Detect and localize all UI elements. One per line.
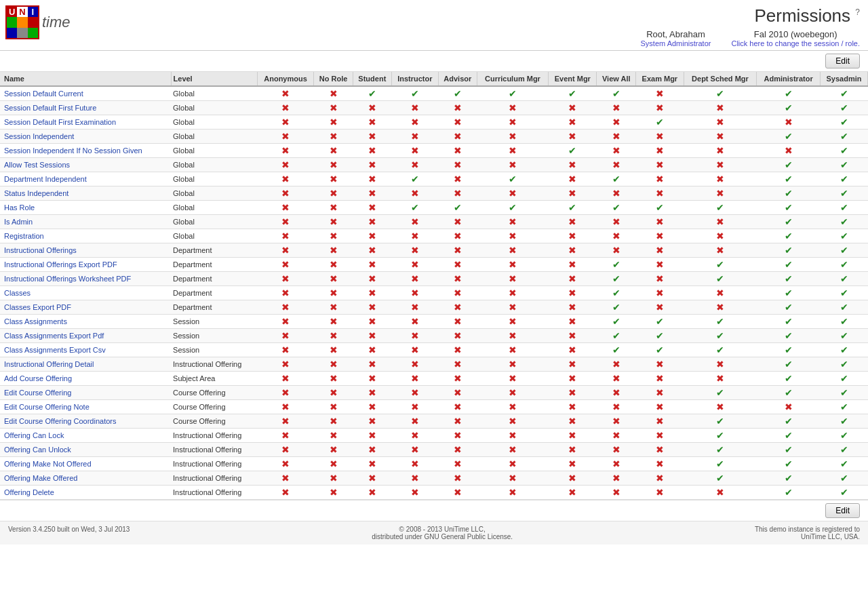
permission-name[interactable]: Session Default First Examination: [0, 115, 171, 130]
cross-icon: ✖: [368, 145, 376, 156]
permission-cell: ✖: [597, 229, 636, 243]
edit-button-top[interactable]: Edit: [825, 54, 860, 68]
permission-name[interactable]: Status Independent: [0, 186, 171, 201]
permission-level: Department: [171, 272, 257, 286]
permission-name[interactable]: Classes Export PDF: [0, 300, 171, 315]
permission-name[interactable]: Department Independent: [0, 172, 171, 186]
permission-name[interactable]: Edit Course Offering Coordinators: [0, 414, 171, 429]
permission-cell: ✖: [636, 429, 684, 443]
cross-icon: ✖: [656, 473, 664, 484]
permission-cell: ✖: [353, 215, 391, 229]
permission-name[interactable]: Has Role: [0, 201, 171, 215]
check-icon: ✔: [656, 202, 664, 213]
permission-name[interactable]: Session Independent: [0, 130, 171, 144]
permission-cell: ✖: [438, 229, 477, 243]
permission-level: Instructional Offering: [171, 443, 257, 457]
permission-name[interactable]: Classes: [0, 286, 171, 300]
permission-name[interactable]: Offering Make Offered: [0, 471, 171, 486]
cross-icon: ✖: [330, 302, 338, 313]
permission-level: Session: [171, 329, 257, 343]
table-row: Allow Test SessionsGlobal✖✖✖✖✖✖✖✖✖✖✔✔: [0, 158, 868, 172]
cross-icon: ✖: [612, 231, 620, 241]
permission-cell: ✖: [636, 471, 684, 486]
check-icon: ✔: [840, 159, 848, 170]
permission-cell: ✔: [757, 286, 821, 300]
cross-icon: ✖: [330, 145, 338, 156]
permission-cell: ✔: [636, 343, 684, 357]
cross-icon: ✖: [330, 430, 338, 441]
permission-name[interactable]: Session Independent If No Session Given: [0, 144, 171, 158]
permission-name[interactable]: Session Default Current: [0, 86, 171, 101]
check-icon: ✔: [840, 387, 848, 398]
session-sub[interactable]: Click here to change the session / role.: [731, 39, 860, 47]
permission-name[interactable]: Is Admin: [0, 215, 171, 229]
permission-name[interactable]: Offering Make Not Offered: [0, 457, 171, 471]
edit-button-bottom[interactable]: Edit: [825, 503, 860, 518]
cross-icon: ✖: [411, 373, 419, 384]
permission-cell: ✖: [314, 158, 353, 172]
permission-cell: ✖: [314, 201, 353, 215]
permission-name[interactable]: Class Assignments Export Csv: [0, 343, 171, 357]
footer-company-text: UniTime LLC, USA.: [801, 533, 860, 540]
permission-cell: ✖: [549, 272, 597, 286]
cross-icon: ✖: [330, 159, 338, 170]
cross-icon: ✖: [568, 159, 576, 170]
table-row: Offering Can LockInstructional Offering✖…: [0, 429, 868, 443]
cross-icon: ✖: [454, 131, 462, 142]
cross-icon: ✖: [568, 387, 576, 398]
permission-cell: ✖: [391, 443, 438, 457]
check-icon: ✔: [612, 316, 620, 327]
cross-icon: ✖: [656, 302, 664, 313]
cross-icon: ✖: [281, 316, 290, 327]
cross-icon: ✖: [411, 188, 419, 199]
permission-cell: ✖: [314, 315, 353, 329]
cross-icon: ✖: [330, 401, 338, 412]
permission-cell: ✖: [438, 357, 477, 372]
permission-name[interactable]: Edit Course Offering: [0, 386, 171, 400]
cross-icon: ✖: [330, 202, 338, 213]
permission-name[interactable]: Instructional Offerings: [0, 243, 171, 258]
permission-name[interactable]: Offering Can Unlock: [0, 443, 171, 457]
permission-name[interactable]: Class Assignments Export Pdf: [0, 329, 171, 343]
permission-name[interactable]: Class Assignments: [0, 315, 171, 329]
check-icon: ✔: [840, 487, 848, 498]
permission-level: Instructional Offering: [171, 457, 257, 471]
check-icon: ✔: [785, 416, 793, 427]
permission-name[interactable]: Offering Can Lock: [0, 429, 171, 443]
permission-cell: ✖: [257, 86, 314, 101]
check-icon: ✔: [840, 202, 848, 213]
cross-icon: ✖: [368, 288, 376, 298]
permission-cell: ✖: [477, 315, 548, 329]
permission-name[interactable]: Allow Test Sessions: [0, 158, 171, 172]
cross-icon: ✖: [281, 373, 290, 384]
permission-cell: ✔: [757, 443, 821, 457]
cross-icon: ✖: [509, 216, 517, 227]
permission-name[interactable]: Instructional Offering Detail: [0, 357, 171, 372]
permission-name[interactable]: Edit Course Offering Note: [0, 400, 171, 414]
cross-icon: ✖: [368, 273, 376, 284]
permission-cell: ✖: [477, 471, 548, 486]
cross-icon: ✖: [411, 416, 419, 427]
permission-name[interactable]: Instructional Offerings Worksheet PDF: [0, 272, 171, 286]
check-icon: ✔: [785, 444, 793, 455]
permission-cell: ✖: [257, 201, 314, 215]
permission-cell: ✔: [757, 172, 821, 186]
check-icon: ✔: [716, 273, 724, 284]
permission-name[interactable]: Add Course Offering: [0, 372, 171, 386]
col-level: Level: [171, 72, 257, 86]
cross-icon: ✖: [281, 117, 290, 127]
permission-cell: ✔: [684, 386, 757, 400]
permission-name[interactable]: Registration: [0, 229, 171, 243]
permission-cell: ✖: [477, 357, 548, 372]
permission-cell: ✖: [314, 215, 353, 229]
permission-cell: ✖: [257, 343, 314, 357]
permission-cell: ✖: [353, 429, 391, 443]
permission-name[interactable]: Instructional Offerings Export PDF: [0, 258, 171, 272]
permission-cell: ✔: [549, 86, 597, 101]
session-detail[interactable]: Fal 2010 (woebegon) Click here to change…: [731, 29, 860, 47]
permission-name[interactable]: Offering Delete: [0, 486, 171, 500]
check-icon: ✔: [785, 159, 793, 170]
check-icon: ✔: [840, 231, 848, 241]
check-icon: ✔: [509, 174, 517, 184]
permission-name[interactable]: Session Default First Future: [0, 101, 171, 115]
